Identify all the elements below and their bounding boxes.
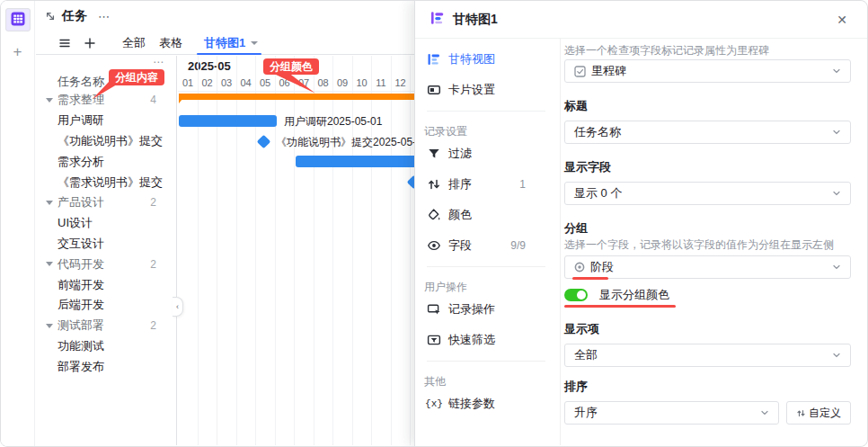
- sort-icon: [427, 177, 441, 192]
- group-collapse-triangle-icon[interactable]: [46, 201, 53, 205]
- panel-nav-item-filter[interactable]: 过滤: [415, 139, 560, 169]
- panel-title: 甘特图1: [453, 12, 498, 28]
- task-label: 用户调研: [58, 112, 104, 129]
- gantt-gridline: [217, 56, 217, 445]
- grid-view-button[interactable]: [5, 8, 31, 31]
- gantt-task-bar[interactable]: [179, 115, 277, 127]
- task-label: 功能测试: [58, 338, 104, 354]
- panel-nav-item-label: 快速筛选: [448, 332, 495, 348]
- panel-nav-item-label: 过滤: [448, 146, 472, 162]
- task-group-row[interactable]: 代码开发2: [36, 254, 176, 274]
- gantt-bar-label: 《功能说明书》提交2025-05-05: [276, 135, 428, 150]
- link-params-icon: {x}: [427, 397, 441, 411]
- group-collapse-triangle-icon[interactable]: [46, 98, 53, 103]
- view-tab-all[interactable]: 全部: [122, 35, 146, 51]
- sort-order-select[interactable]: 升序: [564, 401, 779, 425]
- task-label: 《需求说明书》提交: [58, 174, 163, 191]
- chevron-down-icon: [832, 261, 841, 274]
- panel-nav-item-sort[interactable]: 排序1: [415, 169, 560, 200]
- task-row[interactable]: 《功能说明书》提交: [36, 131, 176, 152]
- add-view-rail-button[interactable]: +: [5, 39, 31, 64]
- gantt-gridline: [275, 56, 276, 445]
- task-row[interactable]: 功能测试: [36, 336, 176, 357]
- show-group-color-toggle[interactable]: [564, 289, 588, 301]
- task-label: 测试部署: [58, 317, 104, 334]
- group-collapse-triangle-icon[interactable]: [46, 262, 53, 266]
- panel-header: 甘特图1 ✕: [415, 1, 867, 39]
- panel-nav-section-label: 用户操作: [424, 280, 560, 294]
- panel-nav-item-label: 排序: [448, 176, 472, 192]
- quick-filter-icon: [427, 333, 441, 347]
- list-more-icon[interactable]: ⋯: [153, 56, 164, 68]
- task-label: 代码开发: [58, 256, 104, 273]
- left-rail: +: [1, 1, 35, 446]
- task-label: 需求分析: [58, 154, 104, 170]
- toggle-knob: [577, 291, 586, 299]
- panel-nav-item-record-action[interactable]: 记录操作: [415, 294, 560, 325]
- task-group-row[interactable]: 产品设计2: [36, 192, 176, 213]
- task-label: 交互设计: [58, 236, 104, 252]
- bitable-app: + 任务 ⋯ 全部 表格 甘特图1 ⋯: [0, 0, 868, 447]
- milestone-select[interactable]: 里程碑: [564, 59, 851, 83]
- panel-nav-item-quick-filter[interactable]: 快速筛选: [415, 325, 560, 355]
- task-label: UI设计: [58, 215, 93, 231]
- single-select-field-icon: [574, 262, 585, 273]
- task-row[interactable]: 用户调研: [36, 111, 176, 131]
- task-group-row[interactable]: 需求整理4: [36, 90, 176, 111]
- panel-nav-item-fields[interactable]: 字段9/9: [415, 230, 560, 261]
- view-list-icon[interactable]: [58, 37, 71, 49]
- view-tab-table[interactable]: 表格: [159, 35, 182, 51]
- group-collapse-triangle-icon[interactable]: [46, 324, 53, 328]
- panel-nav-item-color[interactable]: 颜色: [415, 200, 560, 230]
- task-row[interactable]: 前端开发: [36, 274, 176, 295]
- panel-nav-item-label: 记录操作: [448, 301, 495, 317]
- task-row[interactable]: 需求分析: [36, 151, 176, 172]
- title-field-select[interactable]: 任务名称: [564, 121, 851, 144]
- gantt-gridline: [198, 56, 199, 445]
- task-row[interactable]: 交互设计: [36, 234, 176, 255]
- group-count: 4: [150, 94, 156, 106]
- group-select-value: 阶段: [590, 259, 614, 275]
- gantt-day-label: 12: [391, 77, 411, 88]
- task-name-column-header: 任务名称: [58, 74, 104, 90]
- group-field-select[interactable]: 阶段: [564, 255, 851, 279]
- custom-sort-button[interactable]: 自定义: [786, 401, 851, 425]
- task-row[interactable]: 《需求说明书》提交: [36, 172, 176, 192]
- panel-nav-item-link-params[interactable]: {x}链接参数: [415, 389, 560, 419]
- panel-nav: 甘特视图卡片设置记录设置过滤排序1颜色字段9/9用户操作记录操作快速筛选其他{x…: [415, 39, 561, 445]
- chevron-down-icon: [832, 126, 841, 139]
- record-action-icon: [427, 302, 441, 317]
- expand-icon[interactable]: [44, 10, 57, 22]
- gantt-group-summary-bar[interactable]: [179, 94, 449, 100]
- close-icon[interactable]: ✕: [831, 11, 853, 29]
- sort-row: 升序 自定义: [564, 401, 851, 425]
- panel-nav-item-card-settings[interactable]: 卡片设置: [415, 75, 560, 105]
- task-row[interactable]: 部署发布: [36, 356, 176, 377]
- display-fields-select[interactable]: 显示 0 个: [564, 182, 851, 205]
- display-fields-value: 显示 0 个: [574, 185, 622, 201]
- display-items-select[interactable]: 全部: [564, 344, 851, 367]
- plus-icon: +: [13, 44, 22, 59]
- panel-nav-section-label: 其他: [424, 374, 560, 389]
- panel-nav-item-label: 卡片设置: [448, 82, 495, 98]
- group-count: 2: [150, 196, 156, 209]
- title-more-icon[interactable]: ⋯: [98, 10, 111, 23]
- sort-heading: 排序: [564, 380, 851, 394]
- gantt-day-label: 03: [217, 77, 236, 88]
- panel-nav-item-badge: 9/9: [510, 239, 526, 252]
- task-row[interactable]: 后端开发: [36, 295, 176, 316]
- panel-body: 甘特视图卡片设置记录设置过滤排序1颜色字段9/9用户操作记录操作快速筛选其他{x…: [415, 39, 867, 445]
- panel-nav-item-gantt-view[interactable]: 甘特视图: [415, 44, 560, 75]
- view-tab-gantt-active[interactable]: 甘特图1: [204, 31, 258, 54]
- task-group-row[interactable]: 测试部署2: [36, 316, 176, 336]
- panel-nav-item-label: 颜色: [448, 207, 472, 223]
- task-rows: 需求整理4用户调研《功能说明书》提交需求分析《需求说明书》提交产品设计2UI设计…: [36, 90, 176, 377]
- task-row[interactable]: UI设计: [36, 213, 176, 234]
- gantt-view-icon: [427, 52, 441, 67]
- task-label: 部署发布: [58, 359, 104, 375]
- panel-nav-item-label: 甘特视图: [448, 51, 495, 67]
- collapse-list-handle[interactable]: ‹: [173, 297, 183, 317]
- gantt-milestone-diamond[interactable]: [256, 134, 270, 148]
- gantt-day-label: 04: [236, 77, 256, 88]
- add-view-icon[interactable]: [84, 37, 96, 49]
